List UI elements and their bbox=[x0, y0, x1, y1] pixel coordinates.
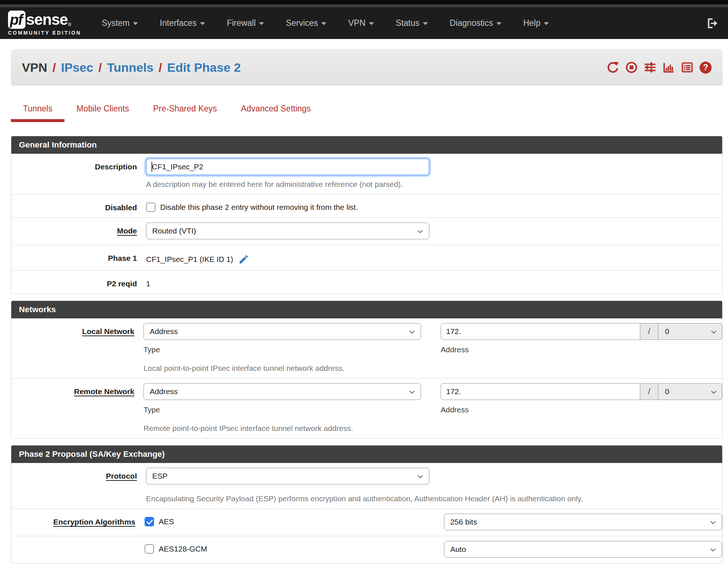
chevron-down-icon bbox=[408, 328, 416, 336]
stop-icon[interactable] bbox=[625, 61, 638, 74]
aes128-gcm-label: AES128-GCM bbox=[159, 545, 207, 553]
local-network-label: Local Network bbox=[11, 323, 143, 336]
chevron-down-icon bbox=[408, 388, 416, 396]
local-network-help: Local point-to-point IPsec interface tun… bbox=[143, 364, 421, 373]
local-prefix-select[interactable]: 0 bbox=[658, 323, 722, 340]
remote-network-label: Remote Network bbox=[11, 383, 143, 396]
breadcrumb-action-icons: ? bbox=[607, 61, 712, 74]
description-help: A description may be entered here for ad… bbox=[146, 180, 429, 189]
chevron-down-icon bbox=[321, 22, 326, 25]
logo-subtitle: COMMUNITY EDITION bbox=[8, 30, 81, 36]
tab-mobile-clients[interactable]: Mobile Clients bbox=[64, 104, 141, 122]
breadcrumb-edit-phase2-link[interactable]: Edit Phase 2 bbox=[167, 60, 241, 75]
page-title: VPN / IPsec / Tunnels / Edit Phase 2 bbox=[22, 60, 241, 75]
chevron-down-icon bbox=[423, 22, 428, 25]
menu-item-system[interactable]: System bbox=[102, 18, 138, 28]
protocol-help: Encapsulating Security Payload (ESP) per… bbox=[146, 494, 714, 503]
sliders-icon[interactable] bbox=[644, 61, 656, 74]
bar-chart-icon[interactable] bbox=[662, 61, 675, 74]
refresh-icon[interactable] bbox=[607, 61, 619, 74]
aes128-gcm-keylen-select[interactable]: Auto bbox=[444, 541, 722, 558]
aes-label: AES bbox=[159, 517, 174, 526]
logo-sense-text: sense bbox=[26, 11, 68, 29]
chevron-down-icon bbox=[369, 22, 374, 25]
remote-prefix-select[interactable]: 0 bbox=[658, 383, 722, 400]
breadcrumb-vpn: VPN bbox=[22, 60, 47, 75]
description-input[interactable] bbox=[146, 158, 429, 175]
p2reqid-value: 1 bbox=[146, 275, 429, 288]
logo-pf-mark: pf bbox=[8, 11, 25, 29]
logo-registered-mark: ® bbox=[68, 22, 71, 27]
window-top-strip bbox=[0, 0, 728, 4]
encryption-algorithms-label: Encryption Algorithms bbox=[11, 514, 145, 526]
remote-type-caption: Type bbox=[143, 405, 421, 414]
slash-addon: / bbox=[640, 323, 658, 340]
chevron-down-icon bbox=[496, 22, 501, 25]
protocol-label: Protocol bbox=[11, 468, 146, 480]
remote-network-help: Remote point-to-point IPsec interface tu… bbox=[143, 424, 421, 433]
breadcrumb-ipsec-link[interactable]: IPsec bbox=[61, 60, 93, 75]
chevron-down-icon bbox=[259, 22, 264, 25]
help-icon[interactable]: ? bbox=[700, 62, 712, 74]
pfsense-logo[interactable]: pf sense ® COMMUNITY EDITION bbox=[8, 11, 81, 36]
chevron-down-icon bbox=[416, 227, 424, 235]
panel-title: Phase 2 Proposal (SA/Key Exchange) bbox=[11, 446, 722, 463]
disabled-checkbox-label: Disable this phase 2 entry without remov… bbox=[160, 203, 358, 212]
tab-advanced-settings[interactable]: Advanced Settings bbox=[229, 104, 323, 122]
page-content: VPN / IPsec / Tunnels / Edit Phase 2 bbox=[0, 39, 728, 564]
phase1-value: CF1_IPsec_P1 (IKE ID 1) bbox=[146, 255, 233, 264]
menu-item-vpn[interactable]: VPN bbox=[348, 18, 374, 28]
disabled-checkbox[interactable] bbox=[146, 203, 156, 212]
chevron-down-icon bbox=[544, 22, 549, 25]
panel-title: Networks bbox=[11, 301, 722, 318]
edit-pencil-icon[interactable] bbox=[238, 254, 249, 265]
aes128-gcm-checkbox[interactable] bbox=[145, 544, 154, 554]
chevron-down-icon bbox=[709, 518, 717, 526]
breadcrumb: VPN / IPsec / Tunnels / Edit Phase 2 bbox=[11, 49, 723, 86]
menu-item-interfaces[interactable]: Interfaces bbox=[160, 18, 205, 28]
menu-item-status[interactable]: Status bbox=[396, 18, 428, 28]
local-network-type-select[interactable]: Address bbox=[143, 323, 421, 340]
local-address-input[interactable] bbox=[441, 323, 640, 340]
window-secondary-strip bbox=[0, 4, 728, 7]
aes-checkbox[interactable] bbox=[145, 517, 154, 526]
panel-title: General Information bbox=[11, 136, 722, 154]
general-information-panel: General Information Description A descri… bbox=[11, 136, 723, 294]
chevron-down-icon bbox=[200, 22, 205, 25]
mode-select[interactable]: Routed (VTI) bbox=[146, 223, 429, 239]
chevron-down-icon bbox=[416, 472, 424, 480]
protocol-select[interactable]: ESP bbox=[146, 468, 429, 484]
phase1-label: Phase 1 bbox=[11, 250, 146, 263]
breadcrumb-tunnels-link[interactable]: Tunnels bbox=[107, 60, 154, 75]
menu-item-services[interactable]: Services bbox=[286, 18, 326, 28]
description-label: Description bbox=[11, 158, 146, 171]
menu-item-firewall[interactable]: Firewall bbox=[227, 18, 264, 28]
logout-icon[interactable] bbox=[706, 17, 719, 30]
remote-address-caption: Address bbox=[441, 405, 722, 414]
remote-address-input[interactable] bbox=[441, 383, 640, 400]
slash-addon: / bbox=[640, 383, 658, 400]
chevron-down-icon bbox=[710, 328, 718, 336]
tab-tunnels[interactable]: Tunnels bbox=[11, 104, 64, 122]
p2reqid-label: P2 reqid bbox=[11, 275, 146, 288]
aes-keylen-select[interactable]: 256 bits bbox=[444, 514, 722, 530]
chevron-down-icon bbox=[709, 546, 717, 554]
chevron-down-icon bbox=[133, 22, 138, 25]
log-list-icon[interactable] bbox=[681, 61, 693, 74]
menu-item-help[interactable]: Help bbox=[523, 18, 549, 28]
mode-label: Mode bbox=[11, 223, 146, 235]
phase2-proposal-panel: Phase 2 Proposal (SA/Key Exchange) Proto… bbox=[11, 445, 723, 564]
tab-bar: Tunnels Mobile Clients Pre-Shared Keys A… bbox=[11, 104, 723, 122]
local-type-caption: Type bbox=[143, 345, 421, 354]
local-address-caption: Address bbox=[441, 345, 722, 354]
main-menu: System Interfaces Firewall Services VPN … bbox=[102, 18, 549, 28]
menu-item-diagnostics[interactable]: Diagnostics bbox=[450, 18, 501, 28]
top-navbar: pf sense ® COMMUNITY EDITION System Inte… bbox=[0, 7, 728, 39]
text-caret bbox=[151, 162, 152, 172]
tab-pre-shared-keys[interactable]: Pre-Shared Keys bbox=[141, 104, 229, 122]
networks-panel: Networks Local Network Address Type Loca… bbox=[11, 301, 723, 439]
disabled-label: Disabled bbox=[11, 199, 146, 212]
remote-network-type-select[interactable]: Address bbox=[143, 383, 421, 400]
chevron-down-icon bbox=[710, 388, 718, 396]
